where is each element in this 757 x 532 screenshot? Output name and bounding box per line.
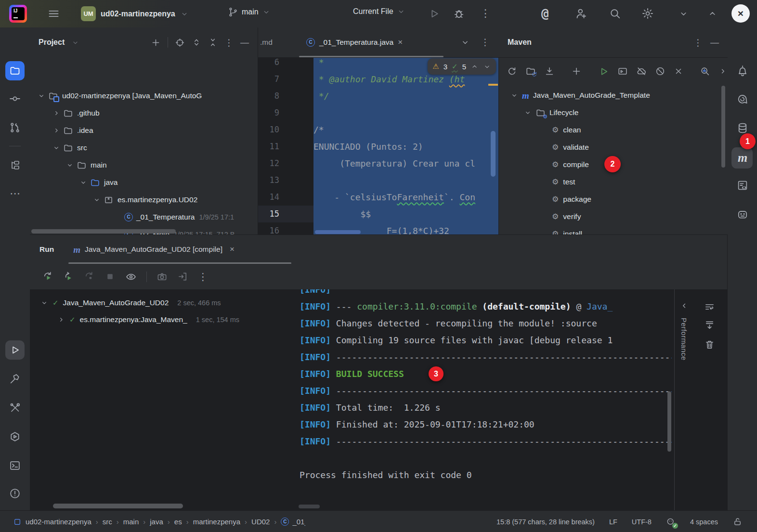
breadcrumb-item[interactable]: martinezpenya: [193, 518, 240, 526]
sync-all-projects-icon[interactable]: [525, 66, 536, 77]
structure-tool-icon[interactable]: [9, 159, 21, 171]
code-line[interactable]: ENUNCIADO (Puntos: 2): [313, 138, 499, 155]
maven-goal-package[interactable]: ⚙package: [499, 191, 728, 208]
tab-temperatura-active[interactable]: C _01_Temperatura.java ×: [306, 27, 403, 57]
services-tool-icon[interactable]: [9, 431, 21, 443]
code-line[interactable]: /*: [313, 121, 499, 138]
project-options-kebab[interactable]: ⋮: [224, 38, 234, 47]
inspections-widget[interactable]: ⚠ 3 ✓ 5: [428, 58, 496, 75]
project-panel-title[interactable]: Project: [39, 38, 65, 47]
clear-console-trash-icon[interactable]: [704, 339, 715, 350]
run-more-kebab[interactable]: ⋮: [198, 272, 208, 282]
collapse-all-icon[interactable]: [208, 38, 218, 47]
problems-tool-icon[interactable]: [9, 488, 21, 500]
console-hscrollbar[interactable]: [299, 505, 320, 508]
tree-row-github[interactable]: .github: [30, 104, 258, 122]
database-tool-icon[interactable]: [737, 122, 749, 134]
settings-gear-icon[interactable]: [641, 7, 654, 20]
commit-tool-icon[interactable]: [9, 93, 21, 105]
debug-button[interactable]: [453, 7, 465, 20]
scroll-to-end-icon[interactable]: [704, 320, 715, 331]
tab-readme[interactable]: .md: [260, 27, 273, 57]
collapse-performance-icon[interactable]: [680, 301, 689, 310]
rerun-with-profile-icon[interactable]: [63, 271, 74, 282]
editor-vscrollbar[interactable]: [491, 131, 496, 177]
gradle-robot-icon[interactable]: [736, 208, 749, 221]
maven-goal-install[interactable]: ⚙install: [499, 225, 728, 234]
hide-maven-panel-icon[interactable]: —: [710, 38, 719, 47]
add-maven-project-icon[interactable]: [571, 66, 582, 77]
editor-hscrollbar[interactable]: [315, 230, 361, 234]
intellij-logo[interactable]: IJ: [9, 5, 27, 23]
hide-toolbar-chevron-icon[interactable]: [679, 9, 689, 19]
collapse-chevron-icon[interactable]: [707, 9, 718, 19]
documentation-tool-icon[interactable]: [737, 180, 749, 192]
run-tab[interactable]: m Java_Maven_AutoGrade_UD02 [compile] ×: [73, 245, 235, 254]
main-menu-icon[interactable]: [47, 7, 60, 20]
download-sources-icon[interactable]: [544, 66, 555, 77]
tree-row-project-root[interactable]: ud02-martinezpenya [Java_Maven_AutoG: [30, 87, 258, 104]
notifications-bell-icon[interactable]: [736, 65, 749, 77]
tree-row-src[interactable]: src: [30, 139, 258, 156]
dev-tools-icon[interactable]: [9, 402, 21, 414]
build-tool-icon[interactable]: [9, 373, 21, 385]
code-line[interactable]: $$: [313, 206, 499, 222]
ai-assistant-icon[interactable]: @: [541, 6, 549, 21]
inspect-output-eye-icon[interactable]: [125, 271, 137, 283]
code-line[interactable]: [313, 172, 499, 189]
line-ending-widget[interactable]: LF: [609, 518, 617, 526]
tree-row-package[interactable]: es.martinezpenya.UD02: [30, 191, 258, 208]
pull-requests-tool-icon[interactable]: [9, 122, 21, 134]
code-with-me-icon[interactable]: [575, 7, 588, 20]
breadcrumb-item[interactable]: es: [174, 518, 182, 526]
encoding-widget[interactable]: UTF-8: [632, 518, 652, 526]
more-tools-icon[interactable]: ⋯: [10, 187, 20, 200]
maven-row-lifecycle[interactable]: ⚙ Lifecycle: [499, 104, 728, 121]
maven-collapse-all-icon[interactable]: [674, 66, 683, 76]
project-hscrollbar[interactable]: [31, 229, 176, 234]
tab-list-chevron-icon[interactable]: [460, 38, 470, 47]
tree-row-java[interactable]: java: [30, 174, 258, 191]
rerun-icon[interactable]: [42, 271, 53, 282]
select-opened-file-icon[interactable]: [175, 38, 185, 48]
breadcrumb-item[interactable]: java: [150, 518, 163, 526]
run-button[interactable]: [428, 8, 440, 20]
breadcrumb-item[interactable]: UD02: [251, 518, 270, 526]
overlay-close-button[interactable]: ×: [731, 4, 750, 23]
breadcrumb-item-class[interactable]: _01_Temperatura: [292, 518, 305, 526]
maven-goal-test[interactable]: ⚙test: [499, 173, 728, 191]
breadcrumb-item[interactable]: src: [103, 518, 112, 526]
maven-vscrollbar[interactable]: [721, 86, 725, 168]
dependency-analyzer-icon[interactable]: [700, 66, 710, 77]
maven-options-kebab[interactable]: ⋮: [693, 38, 703, 47]
run-tree-child[interactable]: ✓ es.martinezpenya:Java_Maven_ 1 sec, 15…: [57, 311, 239, 328]
more-actions-kebab[interactable]: ⋮: [480, 8, 491, 19]
vcs-widget[interactable]: main: [228, 7, 271, 17]
indent-widget[interactable]: 4 spaces: [690, 518, 718, 526]
editor-options-kebab[interactable]: ⋮: [481, 38, 490, 47]
reload-maven-projects-icon[interactable]: [507, 66, 517, 77]
project-widget[interactable]: UM ud02-martinezpenya: [81, 6, 189, 21]
console-vscrollbar[interactable]: [667, 391, 671, 452]
tree-row-idea[interactable]: .idea: [30, 122, 258, 139]
code-line[interactable]: (Temperatura) Crear una cl: [313, 155, 499, 172]
more-toolbar-chevron-icon[interactable]: [718, 67, 727, 76]
terminal-tool-icon[interactable]: [9, 460, 21, 472]
ai-chat-tool-icon[interactable]: [736, 93, 749, 106]
tree-row-temperatura[interactable]: C _01_Temperatura 1/9/25 17:1: [30, 208, 258, 226]
next-problem-icon[interactable]: [483, 63, 491, 71]
close-run-tab-icon[interactable]: ×: [230, 245, 235, 254]
lock-open-icon[interactable]: [732, 517, 743, 527]
maven-row-module[interactable]: m Java_Maven_AutoGrade_Template: [499, 87, 728, 104]
close-tab-icon[interactable]: ×: [398, 38, 403, 47]
run-tree-root[interactable]: ✓ Java_Maven_AutoGrade_UD02 2 sec, 466 m…: [40, 294, 221, 311]
maven-goal-verify[interactable]: ⚙verify: [499, 208, 728, 225]
soft-wrap-icon[interactable]: [704, 301, 715, 312]
breadcrumb-item[interactable]: main: [123, 518, 139, 526]
expand-all-icon[interactable]: [192, 38, 201, 47]
prev-problem-icon[interactable]: [470, 63, 479, 71]
offline-mode-icon[interactable]: [636, 66, 647, 77]
execute-maven-goal-icon[interactable]: [617, 66, 628, 77]
code-line[interactable]: [313, 104, 499, 121]
caret-position-widget[interactable]: 15:8 (577 chars, 28 line breaks): [496, 518, 595, 526]
